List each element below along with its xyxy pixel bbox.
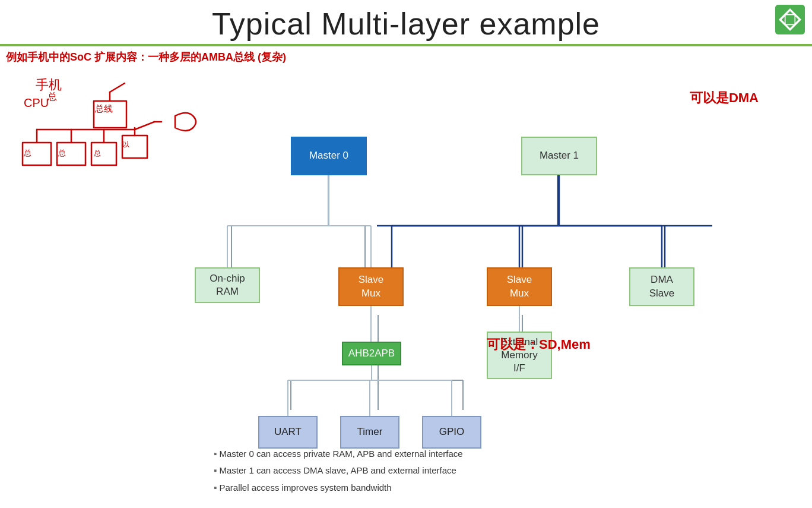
- gpio-node: GPIO: [422, 416, 481, 449]
- bullet-3: Parallel access improves system bandwidt…: [214, 479, 463, 497]
- diagram-svg: [0, 65, 812, 410]
- timer-node: Timer: [340, 416, 399, 449]
- annotation-sd: 可以是：SD,Mem: [487, 336, 591, 354]
- bullets-section: Master 0 can access private RAM, APB and…: [214, 446, 463, 497]
- slave-mux2-node: Slave Mux: [487, 267, 552, 306]
- subtitle: 例如手机中的SoC 扩展内容：一种多层的AMBA总线 (复杂): [0, 46, 812, 68]
- uart-node: UART: [258, 416, 318, 449]
- dma-slave-node: DMA Slave: [629, 267, 694, 306]
- bullet-2: Master 1 can access DMA slave, APB and e…: [214, 462, 463, 479]
- bullet-1: Master 0 can access private RAM, APB and…: [214, 446, 463, 463]
- master1-node: Master 1: [521, 137, 597, 175]
- onchip-ram-node: On-chip RAM: [195, 267, 260, 303]
- ahb2apb-node: AHB2APB: [342, 342, 401, 365]
- slave-mux1-node: Slave Mux: [338, 267, 404, 306]
- master0-node: Master 0: [291, 137, 367, 175]
- page-title: Typical Multi-layer example: [0, 0, 812, 42]
- annotation-dma: 可以是DMA: [690, 89, 759, 107]
- logo-icon: [775, 5, 805, 34]
